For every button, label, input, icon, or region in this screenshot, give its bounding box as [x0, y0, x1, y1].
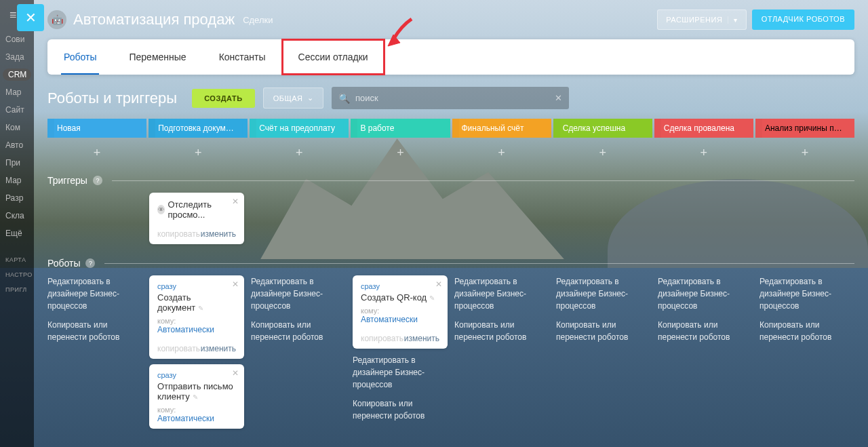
copy-move-link[interactable]: Копировать или перенести роботов [454, 319, 549, 343]
sidebar-item[interactable]: Мар [0, 172, 34, 189]
add-button[interactable]: + [553, 142, 652, 164]
stage-pill[interactable]: Финальный счёт [452, 119, 551, 138]
stage-pill[interactable]: Сделка провалена [654, 119, 753, 138]
sidebar-item[interactable]: Сови [0, 31, 34, 48]
close-icon[interactable]: ✕ [435, 279, 442, 289]
edit-designer-link[interactable]: Редактировать в дизайнере Бизнес-процесс… [353, 354, 448, 391]
robot-recipient[interactable]: Автоматически [361, 315, 439, 324]
pencil-icon[interactable]: ✎ [193, 393, 198, 401]
copy-move-link[interactable]: Копировать или перенести роботов [658, 319, 753, 343]
close-icon[interactable]: ✕ [232, 197, 239, 206]
edit-designer-link[interactable]: Редактировать в дизайнере Бизнес-процесс… [760, 275, 854, 312]
trigger-card[interactable]: ✕ 👁 Отследить просмо... копировать измен… [149, 193, 244, 244]
add-button[interactable]: + [47, 142, 146, 164]
add-button[interactable]: + [250, 142, 349, 164]
chevron-down-icon: ⌄ [307, 94, 314, 102]
copy-move-link[interactable]: Копировать или перенести роботов [47, 319, 142, 343]
stage-pill[interactable]: Новая [47, 119, 146, 138]
robot-card-title: Создать QR-код [361, 292, 427, 303]
tab-debug-sessions[interactable]: Сессии отладки [282, 39, 384, 75]
sidebar-item[interactable]: Мар [0, 83, 34, 101]
close-icon[interactable]: ✕ [232, 279, 239, 289]
sidebar-item[interactable]: Ком [0, 119, 34, 136]
trigger-card-title: Отследить просмо... [167, 199, 236, 220]
robot-card[interactable]: ✕ сразу Создать документ✎ кому: Автомати… [149, 275, 244, 359]
sidebar-footer-link[interactable]: НАСТРО [0, 267, 34, 282]
extensions-button[interactable]: РАСШИРЕНИЯ ▾ [657, 9, 747, 30]
add-button[interactable]: + [452, 142, 551, 164]
search-input[interactable] [350, 87, 555, 109]
robot-trigger-tag: сразу [361, 282, 439, 290]
add-row: ++++++++ [34, 138, 868, 164]
pencil-icon[interactable]: ✎ [198, 305, 203, 312]
hamburger-icon[interactable]: ≡ [9, 8, 17, 22]
tab-variables[interactable]: Переменные [113, 39, 202, 75]
robot-card[interactable]: ✕ сразу Создать QR-код✎ кому: Автоматиче… [353, 275, 448, 349]
tab-constants[interactable]: Константы [203, 39, 282, 75]
stage-pill[interactable]: Счёт на предоплату [250, 119, 349, 138]
robot-trigger-tag: сразу [157, 371, 236, 379]
robot-card[interactable]: ✕ сразу Отправить письмо клиенту✎ кому: … [149, 364, 244, 429]
tab-robots[interactable]: Роботы [47, 39, 113, 75]
sidebar-item[interactable]: Авто [0, 136, 34, 154]
stage-pill[interactable]: Сделка успешна [553, 119, 652, 138]
edit-designer-link[interactable]: Редактировать в дизайнере Бизнес-процесс… [454, 275, 549, 312]
robot-recipient[interactable]: Автоматически [157, 325, 236, 334]
edit-designer-link[interactable]: Редактировать в дизайнере Бизнес-процесс… [658, 275, 753, 312]
stage-pill[interactable]: Анализ причины пр... [755, 119, 854, 138]
page-title: Автоматизация продаж [73, 11, 235, 28]
chevron-down-icon[interactable]: ▾ [728, 16, 738, 24]
copy-move-link[interactable]: Копировать или перенести роботов [251, 319, 346, 343]
sidebar-footer-link[interactable]: КАРТА [0, 252, 34, 267]
close-button[interactable]: ✕ [17, 4, 44, 31]
robots-heading: Роботы [47, 258, 80, 269]
copy-move-link[interactable]: Копировать или перенести роботов [353, 397, 448, 422]
close-icon: ✕ [25, 9, 37, 26]
triggers-heading: Триггеры [47, 175, 87, 186]
clear-search-icon[interactable]: ✕ [555, 93, 562, 103]
search-icon: 🔍 [338, 93, 350, 104]
add-button[interactable]: + [654, 142, 753, 164]
help-icon[interactable]: ? [93, 176, 102, 185]
eye-icon: 👁 [157, 205, 165, 214]
card-edit-link[interactable]: изменить [404, 334, 439, 343]
add-button[interactable]: + [149, 142, 248, 164]
sidebar-item[interactable]: Разр [0, 189, 34, 207]
help-icon[interactable]: ? [85, 258, 95, 268]
sidebar-item[interactable]: Сайт [0, 101, 34, 119]
app-icon: 🤖 [47, 10, 66, 29]
add-button[interactable]: + [351, 142, 450, 164]
sidebar-item-crm[interactable]: CRM [3, 69, 31, 81]
edit-designer-link[interactable]: Редактировать в дизайнере Бизнес-процесс… [47, 275, 142, 312]
sidebar-item-more[interactable]: Ещё [0, 225, 34, 242]
page-subtitle[interactable]: Сделки [243, 15, 273, 25]
card-edit-link[interactable]: изменить [201, 229, 236, 239]
stage-pill[interactable]: В работе [351, 119, 450, 138]
search-box: 🔍 ✕ [332, 87, 569, 109]
edit-designer-link[interactable]: Редактировать в дизайнере Бизнес-процесс… [556, 275, 651, 312]
robot-card-title: Создать документ [157, 292, 195, 313]
pipeline-stages: НоваяПодготовка документовСчёт на предоп… [34, 119, 868, 138]
left-sidebar: ≡ Сови Зада CRM Мар Сайт Ком Авто При Ма… [0, 0, 34, 447]
sidebar-item[interactable]: При [0, 154, 34, 172]
close-icon[interactable]: ✕ [232, 368, 239, 378]
card-copy-link[interactable]: копировать [157, 229, 200, 239]
tab-bar: Роботы Переменные Константы Сессии отлад… [47, 39, 854, 75]
sidebar-item[interactable]: Зада [0, 48, 34, 66]
robot-recipient[interactable]: Автоматически [157, 414, 236, 423]
section-title: Роботы и триггеры [47, 90, 177, 107]
card-copy-link[interactable]: копировать [157, 344, 200, 353]
copy-move-link[interactable]: Копировать или перенести роботов [760, 319, 854, 343]
robot-debugger-button[interactable]: ОТЛАДЧИК РОБОТОВ [752, 9, 854, 30]
card-copy-link[interactable]: копировать [361, 334, 403, 343]
copy-move-link[interactable]: Копировать или перенести роботов [556, 319, 651, 343]
add-button[interactable]: + [755, 142, 854, 164]
sidebar-footer-link[interactable]: ПРИГЛ [0, 282, 34, 297]
pencil-icon[interactable]: ✎ [429, 294, 435, 302]
scope-dropdown[interactable]: ОБЩАЯ ⌄ [263, 88, 323, 109]
edit-designer-link[interactable]: Редактировать в дизайнере Бизнес-процесс… [251, 275, 346, 312]
sidebar-item[interactable]: Скла [0, 207, 34, 225]
create-button[interactable]: СОЗДАТЬ [192, 89, 254, 108]
stage-pill[interactable]: Подготовка документов [149, 119, 248, 138]
card-edit-link[interactable]: изменить [201, 344, 236, 353]
